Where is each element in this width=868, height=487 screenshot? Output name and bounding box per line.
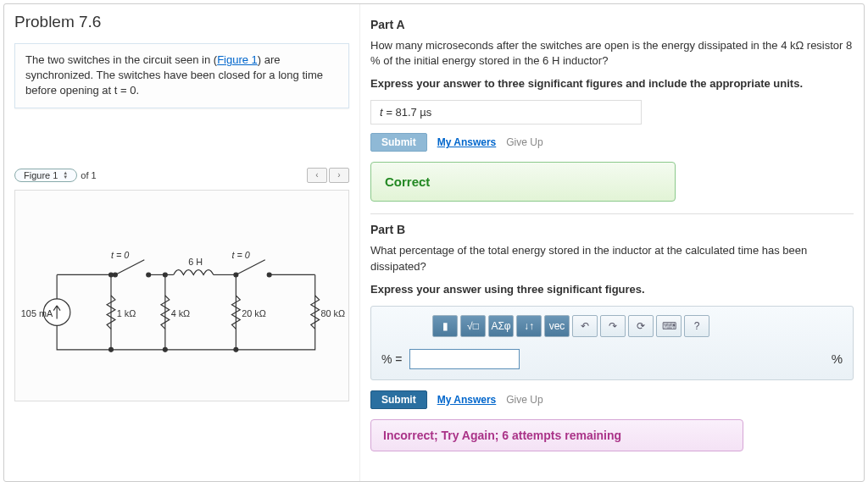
problem-description: The two switches in the circuit seen in … (14, 43, 349, 108)
reset-icon[interactable]: ⟳ (628, 315, 654, 337)
separator (370, 213, 854, 214)
figure-nav: ‹ › (307, 168, 349, 183)
subsup-icon[interactable]: ↓↑ (516, 315, 542, 337)
svg-point-0 (113, 273, 117, 277)
part-b-button-row: Submit My Answers Give Up (370, 390, 854, 409)
redo-icon[interactable]: ↷ (600, 315, 626, 337)
source-label: 105 mA (21, 307, 53, 318)
math-input-panel: ▮ √□ ΑΣφ ↓↑ vec ↶ ↷ ⟳ ⌨ ? % = % (370, 306, 854, 380)
svg-point-8 (163, 347, 167, 351)
r2-label: 4 kΩ (171, 307, 190, 318)
part-b-submit-button[interactable]: Submit (370, 390, 427, 409)
keyboard-icon[interactable]: ⌨ (656, 315, 682, 337)
desc-pre: The two switches in the circuit seen in … (25, 53, 217, 66)
part-a-question: How many microseconds after the switches… (370, 38, 854, 69)
part-a-submit-button[interactable]: Submit (370, 133, 427, 152)
switch-right-label: t = 0 (231, 249, 249, 259)
left-column: Problem 7.6 The two switches in the circ… (4, 4, 360, 481)
figure-label: Figure 1 (24, 170, 58, 180)
template-icon[interactable]: ▮ (432, 315, 458, 337)
part-b-feedback-incorrect: Incorrect; Try Again; 6 attempts remaini… (370, 419, 743, 451)
part-b-my-answers-link[interactable]: My Answers (437, 394, 497, 406)
part-b-instruction: Express your answer using three signific… (370, 283, 854, 296)
problem-title: Problem 7.6 (14, 13, 349, 31)
part-a-instruction: Express your answer to three significant… (370, 77, 854, 90)
help-icon[interactable]: ? (684, 315, 709, 337)
part-a-my-answers-link[interactable]: My Answers (437, 136, 497, 148)
part-b-question: What percentage of the total energy stor… (370, 243, 854, 274)
part-b-answer-input[interactable] (409, 349, 520, 369)
figure-of-text: of 1 (81, 170, 96, 180)
part-a-answer-prefix: t = (380, 106, 395, 119)
problem-container: Problem 7.6 The two switches in the circ… (3, 3, 865, 482)
part-a-give-up[interactable]: Give Up (506, 136, 542, 148)
r1-label: 1 kΩ (117, 307, 136, 318)
undo-icon[interactable]: ↶ (572, 315, 598, 337)
sqrt-icon[interactable]: √□ (460, 315, 486, 337)
figure-prev-button[interactable]: ‹ (307, 168, 327, 183)
part-b-give-up[interactable]: Give Up (506, 394, 542, 406)
figure-header: Figure 1 ▲▼ of 1 ‹ › (14, 168, 349, 183)
math-toolbar: ▮ √□ ΑΣφ ↓↑ vec ↶ ↷ ⟳ ⌨ ? (432, 315, 843, 337)
figure-link[interactable]: Figure 1 (217, 53, 258, 66)
svg-point-6 (163, 273, 167, 277)
svg-point-9 (234, 347, 238, 351)
right-column: Part A How many microseconds after the s… (360, 4, 864, 481)
part-b-unit: % (832, 351, 843, 366)
r4-label: 80 kΩ (321, 307, 345, 318)
part-a-title: Part A (370, 18, 854, 31)
part-a-answer-box: t = 81.7 µs (370, 100, 642, 125)
equation-row: % = % (381, 349, 843, 369)
inductor-label: 6 H (188, 256, 203, 266)
figure-select[interactable]: Figure 1 ▲▼ (14, 169, 77, 182)
greek-icon[interactable]: ΑΣφ (488, 315, 514, 337)
part-b-var-label: % = (381, 352, 403, 366)
svg-point-5 (109, 273, 114, 277)
switch-left-label: t = 0 (111, 249, 129, 259)
part-a-button-row: Submit My Answers Give Up (370, 133, 854, 152)
svg-point-7 (109, 347, 114, 351)
part-a-answer-value: 81.7 µs (395, 106, 431, 119)
figure-canvas: t = 0 t = 0 6 H 105 mA 1 kΩ 4 kΩ 20 kΩ 8… (14, 190, 349, 401)
circuit-diagram: t = 0 t = 0 6 H 105 mA 1 kΩ 4 kΩ 20 kΩ 8… (15, 191, 348, 401)
part-a-feedback-correct: Correct (370, 162, 676, 202)
part-b-title: Part B (370, 223, 854, 236)
vec-icon[interactable]: vec (544, 315, 570, 337)
r3-label: 20 kΩ (242, 307, 265, 318)
figure-spinner-icon[interactable]: ▲▼ (63, 171, 68, 180)
figure-next-button[interactable]: › (329, 168, 349, 183)
